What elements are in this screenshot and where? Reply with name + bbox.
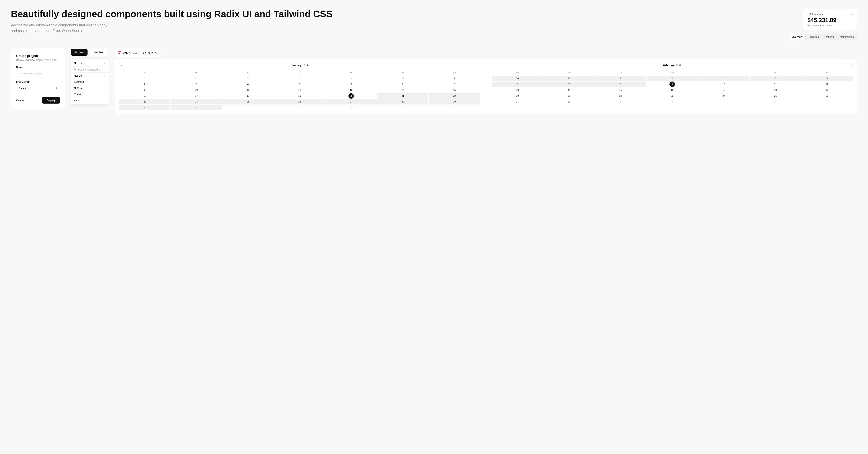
dropdown-item-nextjs[interactable]: Next.js ✓: [71, 73, 109, 79]
calendar-day[interactable]: 14: [377, 87, 428, 93]
calendar-day[interactable]: 3: [326, 105, 377, 110]
date-range-bar[interactable]: 📅 Jan 20, 2022 - Feb 09, 2022: [115, 49, 161, 57]
calendar-day[interactable]: 4: [222, 82, 274, 87]
dropdown-item-astro[interactable]: Astro: [71, 97, 109, 103]
calendar-day[interactable]: 27: [492, 99, 543, 104]
calendar-day[interactable]: 18: [222, 93, 274, 99]
calendar-day[interactable]: 5: [802, 99, 852, 104]
calendar-day[interactable]: 11: [222, 87, 274, 93]
calendar-day[interactable]: 27: [171, 76, 222, 81]
calendar-day[interactable]: 22: [595, 93, 646, 99]
calendar-day[interactable]: 16: [647, 87, 698, 93]
calendar-day[interactable]: 2: [647, 99, 698, 104]
calendar-day[interactable]: 14: [544, 87, 595, 93]
calendar-day[interactable]: 30: [492, 76, 543, 81]
calendar-day[interactable]: 30: [119, 105, 170, 110]
calendar-day[interactable]: 19: [802, 87, 852, 93]
calendar-day[interactable]: 4: [750, 76, 801, 81]
calendar-day[interactable]: 1: [595, 99, 646, 104]
solid-button[interactable]: Button: [71, 49, 88, 56]
calendar-day[interactable]: 31: [171, 105, 222, 110]
dropdown-item-nuxtjs[interactable]: Nuxt.js: [71, 85, 109, 91]
calendar-day[interactable]: 21: [544, 93, 595, 99]
dropdown-item-label: Nuxt.js: [74, 87, 82, 90]
calendar-day[interactable]: 20: [492, 93, 543, 99]
calendar-day[interactable]: 1: [429, 76, 480, 81]
calendar-day[interactable]: 4: [377, 105, 428, 110]
calendar-day[interactable]: 13: [492, 87, 543, 93]
next-month-button[interactable]: ›: [847, 63, 852, 68]
calendar-day[interactable]: 31: [377, 76, 428, 81]
name-input[interactable]: [16, 70, 60, 77]
calendar-day[interactable]: 29: [274, 76, 325, 81]
calendar-day[interactable]: 27: [326, 99, 377, 104]
calendar-day[interactable]: 9: [119, 87, 170, 93]
calendar-day[interactable]: 21: [377, 93, 428, 99]
dollar-icon: $: [851, 12, 852, 16]
calendar-day[interactable]: 1: [595, 76, 646, 81]
tab-notifications[interactable]: Notifications: [837, 34, 857, 40]
calendar-day[interactable]: 16: [119, 93, 170, 99]
calendar-day[interactable]: 26: [274, 99, 325, 104]
calendar-day[interactable]: 31: [544, 76, 595, 81]
calendar-day[interactable]: 2: [119, 82, 170, 87]
calendar-day[interactable]: 7: [377, 82, 428, 87]
calendar-day[interactable]: 17: [171, 93, 222, 99]
calendar-day[interactable]: 24: [698, 93, 749, 99]
tab-reports[interactable]: Reports: [822, 34, 837, 40]
calendar-day[interactable]: 30: [326, 76, 377, 81]
calendar-day[interactable]: 19: [274, 93, 325, 99]
calendar-day[interactable]: 5: [274, 82, 325, 87]
dropdown-header[interactable]: Next.js ⌄: [71, 60, 109, 67]
calendar-day[interactable]: 15: [595, 87, 646, 93]
calendar-day[interactable]: 13: [326, 87, 377, 93]
calendar-day[interactable]: 2: [647, 76, 698, 81]
calendar-day[interactable]: 12: [802, 82, 852, 87]
outline-button[interactable]: Outline: [90, 49, 107, 56]
calendar-day[interactable]: 10: [171, 87, 222, 93]
deploy-button[interactable]: Deploy: [42, 97, 60, 103]
cancel-button[interactable]: Cancel: [16, 97, 24, 103]
dropdown-item-sveltekit[interactable]: SvelteKit: [71, 79, 109, 85]
framework-search-input[interactable]: [78, 68, 106, 71]
calendar-day[interactable]: 11: [750, 82, 801, 87]
tab-overview[interactable]: Overview: [789, 34, 805, 40]
calendar-day[interactable]: 28: [377, 99, 428, 104]
dropdown-card: Next.js ⌄ 🔍 Next.js ✓ SvelteKit Nuxt.js …: [71, 59, 109, 105]
calendar-day[interactable]: 15: [429, 87, 480, 93]
calendar-day[interactable]: 26: [119, 76, 170, 81]
calendar-day[interactable]: 26: [802, 93, 852, 99]
framework-select[interactable]: Select Next.js SvelteKit Nuxt.js Remix A…: [16, 85, 60, 92]
calendar-day[interactable]: 18: [750, 87, 801, 93]
calendar-day[interactable]: 2: [274, 105, 325, 110]
calendar-day[interactable]: 24: [171, 99, 222, 104]
calendar-day[interactable]: 3: [171, 82, 222, 87]
calendar-day[interactable]: 28: [222, 76, 274, 81]
calendar-day[interactable]: 3: [698, 99, 749, 104]
calendar-day[interactable]: 6: [492, 82, 543, 87]
calendar-day[interactable]: 5: [802, 76, 852, 81]
calendar-day[interactable]: 28: [544, 99, 595, 104]
calendar-day[interactable]: 29: [429, 99, 480, 104]
calendar-day[interactable]: 25: [222, 99, 274, 104]
prev-month-button[interactable]: ‹: [119, 63, 124, 68]
calendar-day[interactable]: 23: [119, 99, 170, 104]
calendar-day[interactable]: 8: [595, 82, 646, 87]
calendar-day[interactable]: 25: [750, 93, 801, 99]
calendar-day[interactable]: 9: [670, 82, 675, 87]
calendar-day[interactable]: 1: [222, 105, 274, 110]
calendar-day[interactable]: 23: [647, 93, 698, 99]
calendar-day[interactable]: 20: [348, 93, 354, 99]
calendar-day[interactable]: 22: [429, 93, 480, 99]
calendar-day[interactable]: 7: [544, 82, 595, 87]
dropdown-item-remix[interactable]: Remix: [71, 91, 109, 97]
calendar-day[interactable]: 5: [429, 105, 480, 110]
tab-analytics[interactable]: Analytics: [806, 34, 822, 40]
calendar-day[interactable]: 3: [698, 76, 749, 81]
calendar-day[interactable]: 10: [698, 82, 749, 87]
calendar-day[interactable]: 12: [274, 87, 325, 93]
calendar-day[interactable]: 4: [750, 99, 801, 104]
calendar-day[interactable]: 8: [429, 82, 480, 87]
calendar-day[interactable]: 17: [698, 87, 749, 93]
calendar-day[interactable]: 6: [326, 82, 377, 87]
